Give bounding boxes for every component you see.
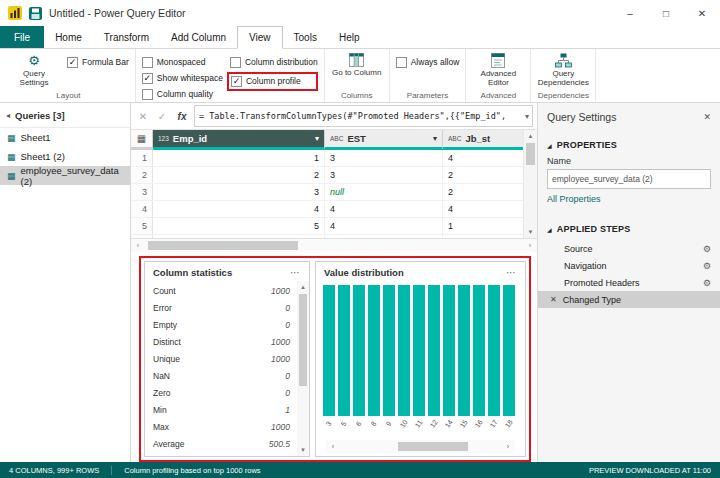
applied-steps-section-header[interactable]: ◢ APPLIED STEPS: [538, 220, 720, 237]
distribution-bar[interactable]: [383, 285, 395, 416]
row-number[interactable]: 5: [131, 218, 153, 234]
distribution-scroll-thumb[interactable]: [398, 442, 468, 451]
always-allow-checkbox-row[interactable]: Always allow: [396, 56, 460, 68]
cell-emp-id[interactable]: 5: [153, 218, 325, 234]
scroll-right-icon[interactable]: ›: [523, 242, 537, 249]
query-item-sheet1-2[interactable]: ▦ Sheet1 (2): [0, 147, 130, 166]
formula-bar-checkbox-row[interactable]: ✓ Formula Bar: [67, 56, 129, 68]
properties-section-header[interactable]: ◢ PROPERTIES: [538, 136, 720, 153]
monospaced-checkbox-row[interactable]: Monospaced: [142, 56, 223, 68]
distribution-bar[interactable]: [413, 285, 425, 416]
advanced-editor-button[interactable]: Advanced Editor: [472, 52, 524, 87]
scroll-up-icon[interactable]: ▲: [297, 281, 309, 293]
grid-corner-cell[interactable]: ▦: [131, 130, 153, 150]
cell-jb-st[interactable]: 4: [443, 201, 523, 217]
row-number[interactable]: 1: [131, 150, 153, 166]
column-header-emp-id[interactable]: 123 Emp_id ▾: [153, 130, 325, 150]
show-whitespace-checkbox-row[interactable]: ✓ Show whitespace: [142, 72, 223, 84]
distribution-bar[interactable]: [458, 285, 470, 416]
column-quality-checkbox-row[interactable]: Column quality: [142, 88, 223, 100]
distribution-bar[interactable]: [368, 285, 380, 416]
cell-est[interactable]: 4: [325, 218, 443, 234]
distribution-bar[interactable]: [503, 285, 515, 416]
tab-view[interactable]: View: [237, 26, 283, 49]
tab-tools[interactable]: Tools: [283, 26, 328, 48]
close-panel-icon[interactable]: ✕: [703, 112, 711, 122]
scroll-down-icon[interactable]: ▼: [297, 444, 309, 456]
step-settings-gear-icon[interactable]: ⚙: [703, 261, 711, 271]
row-number[interactable]: 2: [131, 167, 153, 183]
distribution-bar[interactable]: [353, 285, 365, 416]
tab-help[interactable]: Help: [328, 26, 371, 48]
tab-home[interactable]: Home: [44, 26, 93, 48]
column-profile-checkbox-row[interactable]: ✓ Column profile: [231, 75, 301, 87]
cell-emp-id[interactable]: 6: [153, 235, 325, 238]
row-number[interactable]: 3: [131, 184, 153, 200]
query-item-employee-survey-data[interactable]: ▦ employee_survey_data (2): [0, 166, 130, 185]
step-promoted-headers[interactable]: Promoted Headers ⚙: [538, 274, 720, 291]
distribution-bar[interactable]: [488, 285, 500, 416]
tab-add-column[interactable]: Add Column: [160, 26, 237, 48]
cell-jb-st[interactable]: 2: [443, 167, 523, 183]
distribution-bar[interactable]: [398, 285, 410, 416]
cell-est[interactable]: 4: [325, 201, 443, 217]
go-to-column-button[interactable]: Go to Column: [331, 52, 383, 77]
column-header-jb-st[interactable]: ABC Jb_st ▾: [443, 130, 523, 150]
commit-formula-button[interactable]: ✓: [154, 111, 170, 122]
vertical-scroll-thumb[interactable]: [526, 143, 535, 165]
distribution-bar[interactable]: [428, 285, 440, 416]
maximize-button[interactable]: □: [648, 0, 684, 26]
column-distribution-checkbox-row[interactable]: Column distribution: [230, 56, 318, 68]
formula-input[interactable]: [195, 111, 524, 121]
distribution-bar[interactable]: [338, 285, 350, 416]
column-filter-icon[interactable]: ▾: [433, 134, 437, 143]
row-number[interactable]: 6: [131, 235, 153, 238]
minimize-button[interactable]: –: [612, 0, 648, 26]
collapse-queries-icon[interactable]: ◂: [6, 111, 10, 120]
cell-emp-id[interactable]: 2: [153, 167, 325, 183]
all-properties-link[interactable]: All Properties: [538, 192, 720, 208]
more-options-icon[interactable]: ⋯: [506, 267, 517, 278]
close-button[interactable]: ✕: [684, 0, 720, 26]
cell-emp-id[interactable]: 4: [153, 201, 325, 217]
cell-jb-st[interactable]: 1: [443, 218, 523, 234]
cell-jb-st[interactable]: 2: [443, 184, 523, 200]
step-settings-gear-icon[interactable]: ⚙: [703, 244, 711, 254]
step-changed-type[interactable]: ✕ Changed Type: [538, 291, 720, 308]
column-header-est[interactable]: ABC EST ▾: [325, 130, 443, 150]
column-filter-icon[interactable]: ▾: [315, 134, 319, 143]
cell-jb-st[interactable]: 3: [443, 235, 523, 238]
more-options-icon[interactable]: ⋯: [290, 267, 301, 278]
cell-est[interactable]: 4: [325, 235, 443, 238]
scroll-up-icon[interactable]: ▲: [524, 130, 537, 142]
scroll-down-icon[interactable]: ▼: [524, 226, 537, 238]
delete-step-icon[interactable]: ✕: [550, 295, 557, 304]
cell-emp-id[interactable]: 3: [153, 184, 325, 200]
distribution-bar[interactable]: [443, 285, 455, 416]
cell-est[interactable]: 3: [325, 167, 443, 183]
row-number[interactable]: 4: [131, 201, 153, 217]
step-navigation[interactable]: Navigation ⚙: [538, 257, 720, 274]
tab-file[interactable]: File: [0, 26, 44, 48]
step-settings-gear-icon[interactable]: ⚙: [703, 278, 711, 288]
query-settings-button[interactable]: ⚙ Query Settings: [8, 52, 60, 87]
distribution-bar[interactable]: [473, 285, 485, 416]
step-source[interactable]: Source ⚙: [538, 240, 720, 257]
cell-est[interactable]: 3: [325, 150, 443, 166]
cell-jb-st[interactable]: 4: [443, 150, 523, 166]
tab-transform[interactable]: Transform: [93, 26, 160, 48]
distribution-bar[interactable]: [323, 285, 335, 416]
query-dependencies-button[interactable]: Query Dependencies: [537, 52, 589, 87]
cell-est-null[interactable]: null: [325, 184, 443, 200]
query-name-input[interactable]: [547, 169, 711, 189]
scroll-left-icon[interactable]: ‹: [326, 443, 340, 450]
group-label-advanced: Advanced: [472, 90, 524, 102]
horizontal-scroll-thumb[interactable]: [148, 241, 298, 250]
expand-formula-icon[interactable]: ▾: [525, 112, 529, 121]
cancel-formula-button[interactable]: ✕: [135, 111, 151, 122]
statistics-scroll-thumb[interactable]: [299, 294, 307, 386]
query-item-sheet1[interactable]: ▦ Sheet1: [0, 128, 130, 147]
scroll-left-icon[interactable]: ‹: [131, 242, 145, 249]
cell-emp-id[interactable]: 1: [153, 150, 325, 166]
scroll-right-icon[interactable]: ›: [501, 443, 515, 450]
